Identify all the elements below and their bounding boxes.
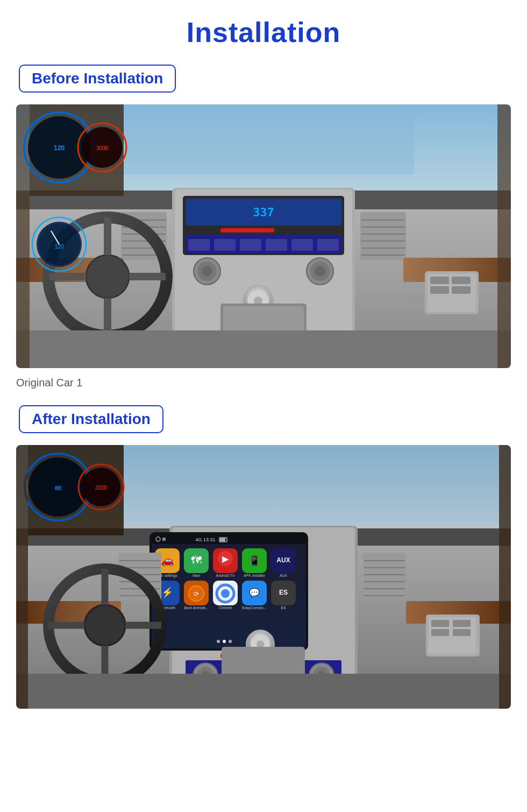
svg-text:AUX: AUX — [280, 574, 288, 577]
svg-point-41 — [86, 255, 129, 298]
svg-text:💬: 💬 — [249, 588, 260, 598]
svg-rect-2 — [113, 104, 414, 174]
svg-text:▶: ▶ — [222, 554, 229, 563]
svg-point-20 — [202, 266, 212, 277]
svg-text:3000: 3000 — [96, 145, 109, 151]
svg-rect-169 — [431, 629, 449, 636]
after-car-svg: 4G 13:31 🚗 🗺 ▶ 📱 AUX Car settings Navi — [16, 445, 511, 709]
svg-text:🚗: 🚗 — [161, 554, 174, 567]
svg-point-110 — [221, 589, 230, 598]
svg-rect-133 — [363, 553, 406, 600]
svg-point-149 — [84, 605, 125, 646]
after-installation-label: After Installation — [32, 411, 151, 427]
svg-text:⟳: ⟳ — [194, 590, 199, 598]
svg-rect-63 — [16, 330, 511, 368]
svg-text:Chrome: Chrome — [219, 606, 232, 610]
svg-rect-10 — [220, 228, 274, 232]
before-installation-image: 337 — [16, 104, 511, 368]
svg-point-122 — [229, 640, 232, 643]
svg-rect-65 — [497, 104, 511, 368]
svg-rect-174 — [499, 445, 511, 709]
svg-rect-16 — [291, 239, 313, 251]
svg-rect-168 — [431, 620, 449, 627]
svg-rect-172 — [16, 674, 511, 709]
svg-text:⚡: ⚡ — [161, 587, 174, 598]
svg-text:ES: ES — [279, 589, 288, 596]
svg-point-120 — [217, 640, 220, 643]
before-installation-label: Before Installation — [32, 70, 163, 87]
before-installation-badge: Before Installation — [19, 65, 176, 93]
svg-text:APK installer: APK installer — [244, 574, 266, 577]
svg-rect-86 — [220, 538, 225, 541]
svg-rect-83 — [162, 538, 166, 541]
svg-text:4G 13:31: 4G 13:31 — [195, 537, 215, 542]
svg-point-164 — [257, 640, 264, 648]
svg-rect-13 — [214, 239, 236, 251]
svg-text:120: 120 — [54, 144, 65, 152]
svg-text:ES: ES — [281, 606, 286, 610]
svg-rect-173 — [16, 445, 28, 709]
after-installation-image: 4G 13:31 🚗 🗺 ▶ 📱 AUX Car settings Navi — [16, 445, 511, 709]
svg-text:120: 120 — [55, 244, 64, 250]
svg-text:Android TV: Android TV — [216, 574, 235, 577]
svg-text:2000: 2000 — [95, 485, 108, 491]
after-installation-badge: After Installation — [19, 405, 163, 433]
svg-text:337: 337 — [253, 206, 274, 219]
svg-rect-171 — [453, 629, 471, 636]
svg-text:🗺: 🗺 — [191, 554, 202, 566]
svg-point-23 — [315, 266, 325, 277]
svg-rect-17 — [317, 239, 339, 251]
svg-rect-61 — [452, 277, 471, 284]
svg-rect-59 — [430, 277, 449, 284]
before-car-svg: 337 — [16, 104, 511, 368]
svg-text:Boot Animati...: Boot Animati... — [184, 606, 208, 610]
svg-text:📱: 📱 — [248, 555, 261, 567]
svg-text:AUX: AUX — [276, 556, 290, 564]
svg-text:Navi: Navi — [193, 574, 200, 577]
svg-rect-81 — [152, 534, 306, 544]
svg-rect-12 — [188, 239, 210, 251]
svg-rect-14 — [240, 239, 261, 251]
svg-rect-15 — [266, 239, 287, 251]
svg-rect-31 — [360, 212, 406, 260]
svg-rect-60 — [430, 286, 449, 294]
svg-rect-170 — [453, 620, 471, 627]
svg-rect-62 — [452, 286, 471, 294]
svg-text:80: 80 — [55, 485, 61, 491]
image-caption: Original Car 1 — [16, 377, 82, 389]
page-title: Installation — [187, 16, 340, 48]
svg-rect-64 — [16, 104, 30, 368]
svg-text:EasyConnec...: EasyConnec... — [242, 606, 267, 610]
svg-point-121 — [223, 640, 226, 643]
